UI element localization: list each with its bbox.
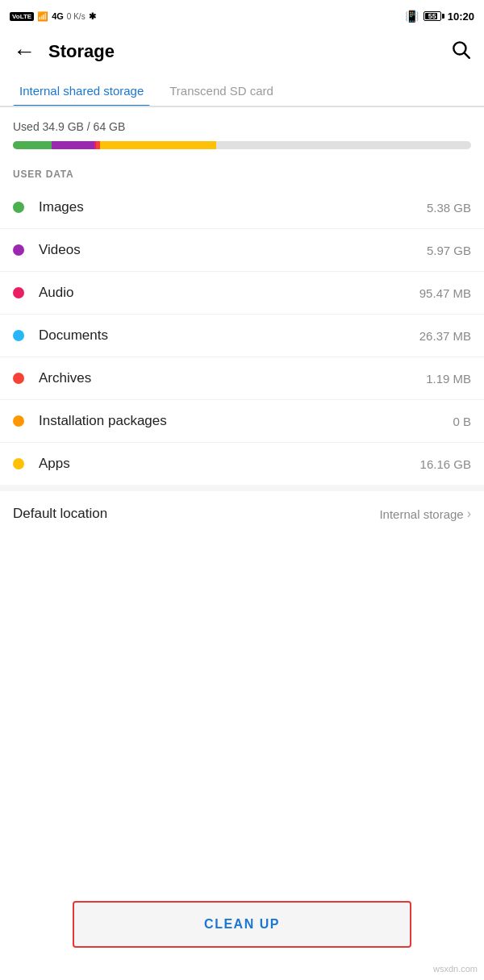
list-item-installation-packages[interactable]: Installation packages 0 B [0, 400, 484, 443]
back-button[interactable]: ← [13, 39, 35, 65]
bar-videos [52, 141, 94, 149]
item-size-audio: 95.47 MB [419, 286, 471, 300]
bar-apps [100, 141, 216, 149]
section-header-user-data: USER DATA [0, 156, 484, 186]
battery-icon: 55 [424, 11, 441, 21]
storage-list: Images 5.38 GB Videos 5.97 GB Audio 95.4… [0, 186, 484, 485]
watermark: wsxdn.com [433, 964, 478, 974]
item-size-apps: 16.16 GB [420, 457, 471, 471]
item-size-images: 5.38 GB [427, 201, 471, 215]
status-left: VoLTE 📶 4G 0 K/s ✱ [10, 11, 96, 22]
list-item-archives[interactable]: Archives 1.19 MB [0, 357, 484, 400]
dot-installation-packages [13, 415, 24, 427]
list-item-videos[interactable]: Videos 5.97 GB [0, 229, 484, 272]
item-label-audio: Audio [39, 285, 419, 301]
tabs-container: Internal shared storage Transcend SD car… [0, 74, 484, 107]
default-location-value-text: Internal storage [379, 507, 463, 521]
status-right: 📳 55 10:20 [405, 10, 474, 23]
volte-badge: VoLTE [10, 12, 34, 21]
battery-icon-container: 55 [424, 11, 443, 21]
page-title: Storage [48, 41, 115, 62]
dot-images [13, 202, 24, 213]
storage-bar [13, 141, 471, 149]
cleanup-container: CLEAN UP [73, 901, 411, 948]
bluetooth-icon: ✱ [89, 11, 96, 22]
list-item-audio[interactable]: Audio 95.47 MB [0, 272, 484, 315]
item-size-documents: 26.37 MB [419, 329, 471, 343]
tab-internal-storage[interactable]: Internal shared storage [13, 74, 150, 106]
default-location-label: Default location [13, 506, 107, 522]
tab-sd-card[interactable]: Transcend SD card [163, 74, 280, 106]
header: ← Storage [0, 32, 484, 74]
item-size-installation-packages: 0 B [453, 415, 471, 428]
item-size-archives: 1.19 MB [426, 372, 471, 386]
list-item-documents[interactable]: Documents 26.37 MB [0, 315, 484, 357]
header-left: ← Storage [13, 39, 115, 65]
search-button[interactable] [450, 39, 471, 65]
dot-audio [13, 287, 24, 298]
vibrate-icon: 📳 [405, 10, 419, 23]
signal-strength: 📶 [37, 11, 48, 22]
time-display: 10:20 [448, 10, 474, 23]
default-location-row[interactable]: Default location Internal storage › [0, 485, 484, 536]
bottom-area [0, 536, 484, 665]
item-label-apps: Apps [39, 456, 420, 472]
storage-info: Used 34.9 GB / 64 GB [0, 107, 484, 156]
bar-images [13, 141, 52, 149]
item-label-installation-packages: Installation packages [39, 413, 453, 429]
default-location-value: Internal storage › [379, 507, 471, 521]
dot-videos [13, 244, 24, 256]
status-bar: VoLTE 📶 4G 0 K/s ✱ 📳 55 10:20 [0, 0, 484, 32]
search-icon [450, 39, 471, 60]
storage-used-text: Used 34.9 GB / 64 GB [13, 120, 471, 133]
cleanup-button[interactable]: CLEAN UP [73, 901, 411, 948]
list-item-apps[interactable]: Apps 16.16 GB [0, 443, 484, 485]
dot-archives [13, 373, 24, 384]
svg-line-1 [465, 53, 469, 58]
dot-apps [13, 458, 24, 469]
item-label-archives: Archives [39, 370, 426, 386]
chevron-right-icon: › [467, 507, 471, 521]
item-label-images: Images [39, 199, 427, 215]
dot-documents [13, 330, 24, 341]
item-label-videos: Videos [39, 242, 427, 258]
list-item-images[interactable]: Images 5.38 GB [0, 186, 484, 229]
data-speed: 0 K/s [67, 12, 86, 21]
item-size-videos: 5.97 GB [427, 244, 471, 257]
item-label-documents: Documents [39, 327, 419, 344]
signal-type: 4G [52, 11, 64, 21]
